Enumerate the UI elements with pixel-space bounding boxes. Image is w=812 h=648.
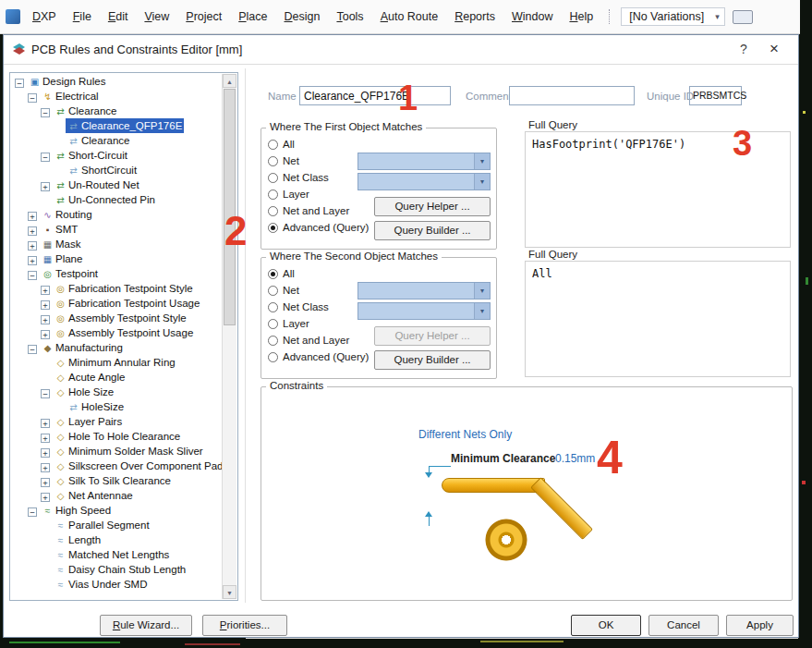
tree-item-minimum-solder-mask-sliver[interactable]: +◇Minimum Solder Mask Sliver [12,444,222,458]
tree-item-un-routed-net[interactable]: +⇄Un-Routed Net [12,177,222,192]
tree-item-plane[interactable]: +▦Plane [12,251,222,266]
expand-icon[interactable]: + [41,286,50,295]
tree-item-acute-angle[interactable]: ◇Acute Angle [12,370,222,385]
radio-all[interactable]: All [268,136,369,153]
tree-item-high-speed[interactable]: −≈High Speed [12,503,222,518]
menu-design[interactable]: Design [276,7,329,26]
tree-item-clearance[interactable]: −⇄Clearance [12,104,222,118]
radio-net-and-layer[interactable]: Net and Layer [268,332,369,348]
rule-wizard-button[interactable]: Rule Wizard... [100,615,192,636]
ok-button[interactable]: OK [571,615,641,636]
tree-item-shortcircuit[interactable]: ⇄ShortCircuit [12,163,222,177]
radio-net[interactable]: Net [268,153,369,169]
tree-item-assembly-testpoint-usage[interactable]: +◎Assembly Testpoint Usage [12,325,222,340]
collapse-icon[interactable]: − [28,345,37,354]
scroll-up-arrow[interactable]: ▲ [223,74,236,88]
comment-input[interactable] [509,86,635,105]
collapse-icon[interactable]: − [28,507,37,517]
radio-net-class[interactable]: Net Class [268,169,369,186]
tree-item-fabrication-testpoint-style[interactable]: +◎Fabrication Testpoint Style [12,281,222,296]
menu-tools[interactable]: Tools [328,7,371,26]
menu-edit[interactable]: Edit [100,7,137,26]
tree-item-silkscreen-over-component-pads[interactable]: +◇Silkscreen Over Component Pads [12,458,222,473]
tree-item-layer-pairs[interactable]: +◇Layer Pairs [12,414,222,429]
tree-item-hole-to-hole-clearance[interactable]: +◇Hole To Hole Clearance [12,429,222,444]
menu-place[interactable]: Place [230,7,275,26]
tree-item-matched-net-lengths[interactable]: ≈Matched Net Lengths [12,547,222,562]
tree-item-routing[interactable]: +∿Routing [12,207,222,222]
collapse-icon[interactable]: − [28,271,37,280]
tree-item-daisy-chain-stub-length[interactable]: ≈Daisy Chain Stub Length [12,562,222,577]
cancel-button[interactable]: Cancel [648,615,719,636]
menu-dxp[interactable]: DXP [24,7,65,26]
tree-item-testpoint[interactable]: −◎Testpoint [12,266,222,281]
menu-help[interactable]: Help [561,7,601,26]
expand-icon[interactable]: + [41,463,50,472]
tree-item-length[interactable]: ≈Length [12,532,222,547]
variations-dropdown[interactable]: [No Variations] ▾ [621,7,725,26]
tree-item-clearance-qfp176e[interactable]: ⇄Clearance_QFP176E [12,118,222,133]
rule-name-input[interactable] [299,86,451,105]
collapse-icon[interactable]: − [41,153,50,162]
radio-button[interactable] [268,286,278,296]
radio-advanced-query[interactable]: Advanced (Query) [268,219,369,236]
collapse-icon[interactable]: − [41,108,50,117]
radio-net[interactable]: Net [268,282,369,299]
radio-button[interactable] [268,190,278,200]
menu-file[interactable]: File [65,7,100,26]
tree-item-design-rules[interactable]: −▣Design Rules [12,74,222,89]
tree-item-manufacturing[interactable]: −◆Manufacturing [12,340,222,355]
menu-window[interactable]: Window [503,7,561,26]
help-button[interactable]: ? [735,42,752,56]
tree-item-holesize[interactable]: ⇄HoleSize [12,399,222,414]
menu-auto-route[interactable]: Auto Route [372,7,447,26]
tree-item-short-circuit[interactable]: −⇄Short-Circuit [12,148,222,163]
radio-all[interactable]: All [268,265,369,282]
expand-icon[interactable]: + [41,330,50,339]
expand-icon[interactable]: + [41,182,50,191]
expand-icon[interactable]: + [41,315,50,324]
scroll-thumb[interactable] [224,89,236,325]
radio-button[interactable] [268,140,278,150]
radio-button[interactable] [268,269,278,279]
radio-net-and-layer[interactable]: Net and Layer [268,202,369,219]
tree-item-minimum-annular-ring[interactable]: ◇Minimum Annular Ring [12,355,222,370]
radio-layer[interactable]: Layer [268,315,369,332]
menu-project[interactable]: Project [177,7,230,26]
radio-net-class[interactable]: Net Class [268,299,369,315]
tree-item-mask[interactable]: +▦Mask [12,237,222,251]
radio-button[interactable] [268,223,278,233]
expand-icon[interactable]: + [28,256,37,265]
expand-icon[interactable]: + [41,419,50,428]
radio-button[interactable] [268,206,278,216]
tree-item-assembly-testpoint-style[interactable]: +◎Assembly Testpoint Style [12,311,222,325]
tree-scrollbar[interactable]: ▲ ▼ [222,74,236,599]
tree-item-clearance[interactable]: ⇄Clearance [12,133,222,148]
tree-item-electrical[interactable]: −↯Electrical [12,89,222,104]
expand-icon[interactable]: + [41,448,50,458]
tree-item-vias-under-smd[interactable]: ≈Vias Under SMD [12,577,222,592]
expand-icon[interactable]: + [28,241,37,251]
tree-item-smt[interactable]: +▪SMT [12,222,222,237]
tree-item-silk-to-silk-clearance[interactable]: +◇Silk To Silk Clearance [12,473,222,488]
expand-icon[interactable]: + [41,434,50,443]
apply-button[interactable]: Apply [726,615,794,636]
scroll-down-arrow[interactable]: ▼ [223,585,236,599]
tree-item-parallel-segment[interactable]: ≈Parallel Segment [12,518,222,532]
radio-button[interactable] [268,302,278,312]
expand-icon[interactable]: + [41,493,50,502]
collapse-icon[interactable]: − [41,389,50,398]
menu-reports[interactable]: Reports [446,7,503,26]
expand-icon[interactable]: + [41,478,50,487]
radio-button[interactable] [268,336,278,346]
close-button[interactable]: × [765,40,783,58]
tree-item-hole-size[interactable]: −◇Hole Size [12,385,222,399]
collapse-icon[interactable]: − [28,93,37,103]
second-query-builder-button[interactable]: Query Builder ... [374,350,491,370]
expand-icon[interactable]: + [28,226,37,236]
priorities-button[interactable]: Priorities... [202,615,287,636]
first-query-helper-button[interactable]: Query Helper ... [374,197,491,216]
radio-button[interactable] [268,319,278,329]
keyboard-icon[interactable] [733,10,753,24]
min-clearance-value[interactable]: 0.15mm [555,452,595,465]
